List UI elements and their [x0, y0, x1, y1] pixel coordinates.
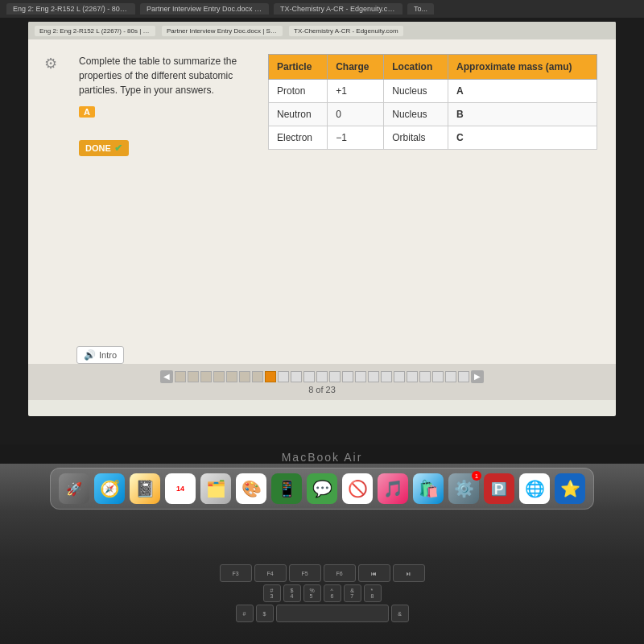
screen-bezel: Eng 2: Eng 2-R152 L (2267/) - 80s | Sch.… — [0, 18, 644, 444]
col-header-charge: Charge — [328, 55, 384, 80]
key-f4[interactable]: F4 — [254, 564, 287, 582]
col-header-particle: Particle — [269, 55, 328, 80]
dock-icon-photos[interactable]: 🎨 — [236, 473, 266, 504]
dock-icon-newsblur[interactable]: 🚫 — [342, 473, 373, 504]
key-6[interactable]: ^6 — [324, 584, 341, 602]
key-row-fn: F3 F4 F5 F6 ⏮ ⏯ — [220, 564, 425, 582]
charge-neutron: 0 — [328, 103, 384, 126]
nav-dot-2[interactable] — [188, 371, 199, 382]
page-indicator: 8 of 23 — [308, 385, 336, 394]
key-space[interactable] — [276, 605, 389, 622]
mass-neutron[interactable]: B — [448, 103, 597, 126]
key-dollar[interactable]: $ — [256, 605, 274, 622]
nav-dot-18[interactable] — [394, 371, 405, 382]
audio-icon: 🔊 — [84, 349, 96, 361]
intro-bar: 🔊 Intro — [76, 346, 124, 364]
nav-dot-5[interactable] — [226, 371, 237, 382]
dock-icon-notes[interactable]: 📓 — [130, 473, 160, 504]
location-proton: Nucleus — [384, 80, 448, 103]
nav-dot-22[interactable] — [445, 371, 456, 382]
done-button[interactable]: DONE ✔ — [79, 140, 129, 156]
key-hash[interactable]: # — [236, 605, 254, 622]
key-f7[interactable]: ⏮ — [358, 564, 390, 582]
nav-dot-6[interactable] — [239, 371, 250, 382]
screen-tab-3[interactable]: TX-Chemistry A-CR - Edgenuity.com — [289, 26, 403, 36]
nav-dot-11[interactable] — [303, 371, 315, 382]
nav-dot-23[interactable] — [458, 371, 469, 382]
nav-dot-19[interactable] — [407, 371, 418, 382]
dock-icon-sysprefs[interactable]: ⚙️ 1 — [448, 473, 479, 504]
nav-dot-4[interactable] — [213, 371, 225, 382]
nav-dot-13[interactable] — [329, 371, 341, 382]
key-f6[interactable]: F6 — [324, 564, 356, 582]
nav-dot-14[interactable] — [342, 371, 353, 382]
gear-icon[interactable]: ⚙ — [41, 54, 60, 73]
dock-icon-appstore[interactable]: 🛍️ — [413, 473, 444, 504]
col-header-mass: Approximate mass (amu) — [448, 55, 597, 80]
mass-proton[interactable]: A — [448, 80, 597, 103]
key-8[interactable]: *8 — [364, 584, 382, 602]
table-row: Neutron 0 Nucleus B — [269, 103, 597, 126]
nav-dot-8[interactable] — [265, 371, 276, 382]
screen-tab-1[interactable]: Eng 2: Eng 2-R152 L (2267/) - 80s | Sch.… — [35, 26, 155, 36]
tab-2[interactable]: Partner Interview Entry Doc.docx | Scho.… — [140, 3, 269, 14]
nav-dot-10[interactable] — [291, 371, 302, 382]
key-3[interactable]: #3 — [263, 584, 281, 602]
sidebar: ⚙ — [35, 46, 67, 357]
done-checkmark-icon: ✔ — [114, 142, 122, 154]
nav-dots: ◀ — [160, 370, 484, 383]
browser-chrome: Eng 2: Eng 2-R152 L (2267/) - 80s | Sch.… — [0, 0, 644, 18]
dock-icon-music[interactable]: 🎵 — [378, 473, 408, 504]
nav-dot-17[interactable] — [381, 371, 392, 382]
nav-dot-15[interactable] — [355, 371, 366, 382]
nav-dot-21[interactable] — [432, 371, 444, 382]
key-7[interactable]: &7 — [344, 584, 361, 602]
nav-dot-20[interactable] — [419, 371, 431, 382]
nav-dot-16[interactable] — [368, 371, 379, 382]
nav-dot-12[interactable] — [316, 371, 328, 382]
particle-electron: Electron — [269, 126, 328, 150]
particles-table: Particle Charge Location Approximate mas… — [268, 54, 597, 150]
prev-arrow[interactable]: ◀ — [160, 370, 173, 383]
key-f5[interactable]: F5 — [289, 564, 321, 582]
macbook-label: MacBook Air — [0, 451, 644, 464]
next-arrow[interactable]: ▶ — [471, 370, 484, 383]
instructions-area: Complete the table to summarize the prop… — [79, 54, 256, 349]
nav-dot-7[interactable] — [252, 371, 263, 382]
dock-icon-messages[interactable]: 💬 — [307, 473, 337, 504]
key-5[interactable]: %5 — [303, 584, 321, 602]
dock-icon-launchpad[interactable]: 🚀 — [59, 473, 89, 504]
dock-icon-star[interactable]: ⭐ — [555, 473, 585, 504]
col-header-location: Location — [384, 55, 448, 80]
dock-icon-powerpoint[interactable]: 🅿️ — [484, 473, 514, 504]
key-ampersand[interactable]: & — [391, 605, 409, 622]
table-area: Particle Charge Location Approximate mas… — [268, 54, 597, 349]
audio-button[interactable]: 🔊 Intro — [76, 346, 124, 364]
screen-tab-2[interactable]: Partner Interview Entry Doc.docx | Scho.… — [162, 26, 283, 36]
tab-4[interactable]: To... — [407, 3, 434, 14]
nav-dot-1[interactable] — [175, 371, 186, 382]
nav-bar: ◀ — [28, 364, 616, 400]
dock-icon-facetime[interactable]: 📱 — [271, 473, 302, 504]
dock-area: 🚀 🧭 📓 14 🗂️ 🎨 📱 💬 🚫 🎵 🛍️ ⚙️ 1 🅿️ 🌐 ⭐ — [0, 464, 644, 560]
dock: 🚀 🧭 📓 14 🗂️ 🎨 📱 💬 🚫 🎵 🛍️ ⚙️ 1 🅿️ 🌐 ⭐ — [50, 468, 594, 510]
dock-icon-chrome[interactable]: 🌐 — [519, 473, 550, 504]
key-4[interactable]: $4 — [283, 584, 301, 602]
top-bar: Eng 2: Eng 2-R152 L (2267/) - 80s | Sch.… — [28, 22, 616, 39]
dock-icon-safari[interactable]: 🧭 — [94, 473, 125, 504]
instructions-text: Complete the table to summarize the prop… — [79, 54, 256, 97]
dock-icon-calendar[interactable]: 14 — [165, 473, 196, 504]
nav-dot-9[interactable] — [278, 371, 289, 382]
nav-dot-3[interactable] — [200, 371, 212, 382]
particle-neutron: Neutron — [269, 103, 328, 126]
dock-icon-finder[interactable]: 🗂️ — [200, 473, 231, 504]
tab-3[interactable]: TX-Chemistry A-CR - Edgenuity.com — [274, 3, 402, 14]
intro-label: Intro — [99, 350, 117, 360]
charge-electron: −1 — [328, 126, 384, 150]
key-f8[interactable]: ⏯ — [393, 564, 425, 582]
key-f3[interactable]: F3 — [220, 564, 252, 582]
location-neutron: Nucleus — [384, 103, 448, 126]
key-row-numbers: #3 $4 %5 ^6 &7 *8 — [263, 584, 382, 602]
mass-electron[interactable]: C — [448, 126, 597, 150]
tab-1[interactable]: Eng 2: Eng 2-R152 L (2267/) - 80s | Sch.… — [6, 3, 135, 14]
